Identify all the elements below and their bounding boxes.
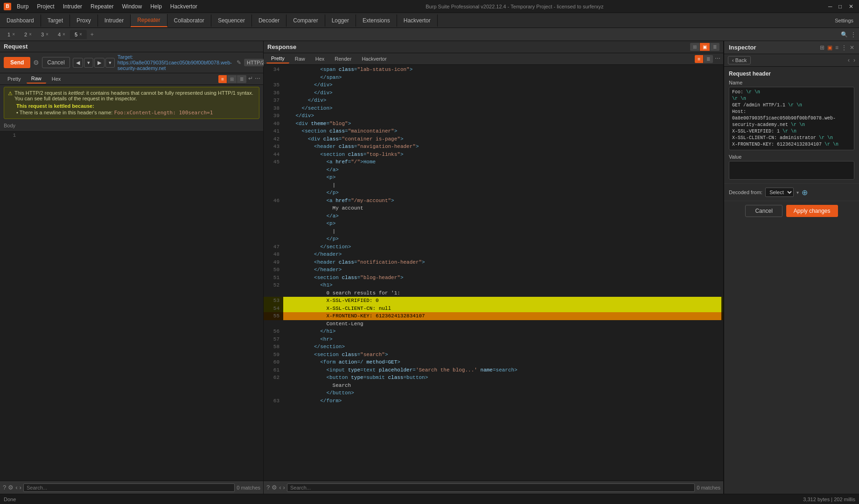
rep-tab-4[interactable]: 4 × xyxy=(53,30,70,39)
tab-repeater[interactable]: Repeater xyxy=(131,14,167,27)
status-right: 3,312 bytes | 202 millis xyxy=(803,497,855,502)
nav-prev-dropdown[interactable]: ▾ xyxy=(84,58,93,68)
menu-intruder[interactable]: Intruder xyxy=(59,2,86,11)
tab-intruder[interactable]: Intruder xyxy=(98,14,131,27)
resp-more-icon[interactable]: ⋯ xyxy=(715,55,720,63)
menu-project[interactable]: Project xyxy=(33,2,58,11)
settings-button[interactable]: Settings xyxy=(829,16,859,25)
req-tab-raw[interactable]: Raw xyxy=(27,74,46,84)
minimize-button[interactable]: ─ xyxy=(828,3,835,10)
line-content-46f: </p> xyxy=(283,235,721,243)
cancel-button[interactable]: Cancel xyxy=(42,57,70,68)
resp-search-gear-icon[interactable]: ⚙ xyxy=(272,484,277,491)
tab-target[interactable]: Target xyxy=(41,14,70,27)
edit-target-icon[interactable]: ✎ xyxy=(237,59,241,66)
resp-line-60: 60 <form action=/ method=GET> xyxy=(264,358,723,366)
req-search-prev-icon[interactable]: ‹ xyxy=(15,484,17,491)
name-field-value[interactable]: Foo: \r \n \r \n GET /admin HTTP/1.1 \r … xyxy=(729,87,854,150)
req-more-icon[interactable]: ⋯ xyxy=(255,75,260,83)
resp-view-2[interactable]: ▣ xyxy=(700,43,710,51)
line-content-34b: </span> xyxy=(283,74,721,82)
value-field-value[interactable] xyxy=(729,161,854,180)
resp-tab-hackvertor[interactable]: Hackvertor xyxy=(357,55,391,63)
inspector-grid-icon[interactable]: ⊞ xyxy=(820,44,824,51)
menu-repeater[interactable]: Repeater xyxy=(87,2,117,11)
resp-tab-pretty[interactable]: Pretty xyxy=(266,54,289,63)
menu-help[interactable]: Help xyxy=(147,2,166,11)
req-tab-pretty[interactable]: Pretty xyxy=(3,75,26,83)
rep-tab-2[interactable]: 2 × xyxy=(20,30,36,39)
resp-tab-render[interactable]: Render xyxy=(330,55,356,63)
view-raw-btn[interactable]: ⊞ xyxy=(227,75,237,83)
inspector-cancel-button[interactable]: Cancel xyxy=(745,205,782,217)
menu-burp[interactable]: Burp xyxy=(13,2,32,11)
request-search-input[interactable] xyxy=(23,483,235,492)
inspector-close-icon[interactable]: ✕ xyxy=(850,44,854,51)
resp-tab-hex[interactable]: Hex xyxy=(311,55,329,63)
nav-next-dropdown[interactable]: ▾ xyxy=(105,58,115,68)
resp-tab-raw[interactable]: Raw xyxy=(290,55,310,63)
tab-collaborator[interactable]: Collaborator xyxy=(168,14,211,27)
inspector-more-icon[interactable]: ⋮ xyxy=(841,44,847,51)
add-decoded-button[interactable]: ⊕ xyxy=(802,188,808,197)
req-search-gear-icon[interactable]: ⚙ xyxy=(8,484,14,491)
nav-prev-arrow-icon[interactable]: ‹ xyxy=(848,57,850,63)
close-tab-4-icon[interactable]: × xyxy=(63,32,65,37)
req-wrap-icon[interactable]: ↵ xyxy=(248,75,253,83)
response-code-area[interactable]: 34 <span class="lab-status-icon"> </span… xyxy=(264,65,723,481)
nav-next-button[interactable]: ▶ xyxy=(94,58,105,68)
tab-decoder[interactable]: Decoder xyxy=(252,14,286,27)
req-search-next-icon[interactable]: › xyxy=(20,484,21,491)
line-num-60: 60 xyxy=(265,358,279,366)
apply-changes-button[interactable]: Apply changes xyxy=(786,205,838,217)
close-tab-5-icon[interactable]: × xyxy=(79,32,82,37)
line-content-53: X-SSL-VERIFIED: 0 xyxy=(283,297,721,305)
close-button[interactable]: ✕ xyxy=(849,3,855,10)
tab-logger[interactable]: Logger xyxy=(325,14,356,27)
menu-window[interactable]: Window xyxy=(118,2,146,11)
close-tab-3-icon[interactable]: × xyxy=(46,32,49,37)
nav-prev-button[interactable]: ◀ xyxy=(73,58,83,68)
tab-dashboard[interactable]: Dashboard xyxy=(0,14,41,27)
rep-tab-1[interactable]: 1 × xyxy=(3,30,20,39)
resp-view-btn-2[interactable]: ≣ xyxy=(704,55,713,63)
tab-hackvertor-nav[interactable]: Hackvertor xyxy=(397,14,438,27)
maximize-button[interactable]: □ xyxy=(838,3,845,10)
tab-extensions[interactable]: Extensions xyxy=(356,14,397,27)
send-button[interactable]: Send xyxy=(4,57,30,68)
view-pretty-btn[interactable]: ≡ xyxy=(218,75,227,83)
response-search-bar: ? ⚙ ‹ › 0 matches xyxy=(264,481,723,494)
search-icon-repeater[interactable]: 🔍 xyxy=(841,31,848,38)
more-options-icon[interactable]: ⋮ xyxy=(851,31,856,38)
resp-view-1[interactable]: ⊞ xyxy=(690,43,699,51)
resp-search-prev-icon[interactable]: ‹ xyxy=(279,484,281,491)
tab-comparer[interactable]: Comparer xyxy=(286,14,325,27)
decoded-dropdown-icon[interactable]: ▾ xyxy=(796,190,799,195)
close-tab-1-icon[interactable]: × xyxy=(12,32,15,37)
close-tab-2-icon[interactable]: × xyxy=(29,32,32,37)
view-hex-btn[interactable]: ≣ xyxy=(237,75,246,83)
request-sub-tabs: Pretty Raw Hex ≡ ⊞ ≣ ↵ ⋯ xyxy=(0,73,263,85)
response-search-input[interactable] xyxy=(287,483,695,492)
tab-proxy[interactable]: Proxy xyxy=(70,14,98,27)
menu-hackvertor[interactable]: Hackvertor xyxy=(167,2,201,11)
inspector-list-icon[interactable]: ≡ xyxy=(835,44,838,51)
nav-next-arrow-icon[interactable]: › xyxy=(853,57,855,63)
gear-icon[interactable]: ⚙ xyxy=(33,59,39,66)
req-tab-hex[interactable]: Hex xyxy=(47,75,66,83)
request-code-area[interactable]: 1 xyxy=(0,131,263,481)
resp-line-45c: <p> xyxy=(264,174,723,182)
resp-view-btn-1[interactable]: ≡ xyxy=(695,55,703,63)
resp-view-3[interactable]: ≣ xyxy=(710,43,719,51)
rep-tab-5[interactable]: 5 × xyxy=(70,30,87,39)
inspector-split-icon[interactable]: ▣ xyxy=(827,44,832,51)
resp-search-help-icon[interactable]: ? xyxy=(266,484,270,491)
tab-sequencer[interactable]: Sequencer xyxy=(211,14,252,27)
resp-search-next-icon[interactable]: › xyxy=(283,484,285,491)
add-tab-button[interactable]: + xyxy=(87,29,98,40)
decoded-from-select[interactable]: Select xyxy=(765,188,794,197)
resp-line-44: 44 <section class="top-links"> xyxy=(264,151,723,159)
req-search-help-icon[interactable]: ? xyxy=(3,484,6,491)
back-button[interactable]: ‹ Back xyxy=(728,56,751,64)
rep-tab-3[interactable]: 3 × xyxy=(36,30,53,39)
